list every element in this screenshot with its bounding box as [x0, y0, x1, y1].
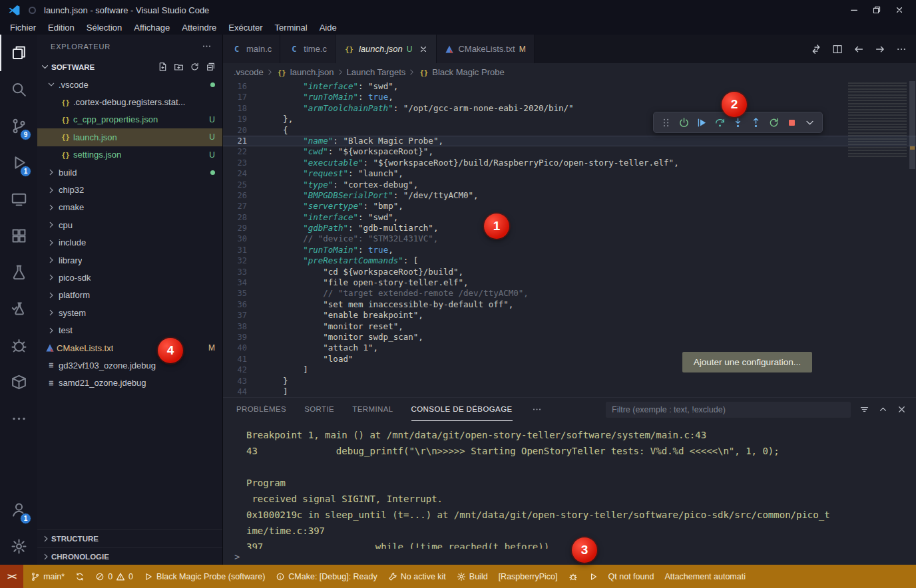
- navigate-forward-button[interactable]: [875, 44, 885, 55]
- close-panel-button[interactable]: [897, 404, 907, 414]
- activity-run-and-debug[interactable]: 1: [0, 144, 37, 181]
- menu-selection[interactable]: Sélection: [81, 20, 128, 35]
- activity-test-explorer[interactable]: [0, 291, 37, 327]
- filter-button[interactable]: [859, 404, 869, 414]
- tree-item-library[interactable]: library: [37, 251, 222, 269]
- status-cmake-debug[interactable]: [563, 565, 583, 588]
- split-editor-button[interactable]: [832, 44, 843, 55]
- tab-main-c[interactable]: Cmain.c: [223, 35, 280, 63]
- minimize-button[interactable]: [843, 0, 865, 20]
- menu-atteindre[interactable]: Atteindre: [176, 20, 222, 35]
- breadcrumb-item-launch-json[interactable]: {}launch.json: [276, 67, 334, 77]
- activity-settings[interactable]: [0, 528, 37, 565]
- add-configuration-button[interactable]: Ajouter une configuration...: [682, 352, 812, 372]
- debug-stop-button[interactable]: [783, 114, 801, 132]
- debug-restart-button[interactable]: [765, 114, 783, 132]
- tree-item-include[interactable]: include: [37, 234, 222, 251]
- activity-accounts[interactable]: 1: [0, 492, 37, 528]
- activity-extensions[interactable]: [0, 218, 37, 254]
- activity-cmake-tools[interactable]: [0, 327, 37, 364]
- tree-item-test[interactable]: test: [37, 321, 222, 339]
- tree-item-chip32[interactable]: chip32: [37, 181, 222, 198]
- debug-step-over-button[interactable]: [711, 114, 729, 132]
- tree-item-samd21-ozone-jdebug[interactable]: ≡samd21_ozone.jdebug: [37, 374, 222, 392]
- tab-launch-json[interactable]: {}launch.jsonU: [336, 35, 437, 63]
- status-cmake-kit[interactable]: No active kit: [383, 565, 451, 588]
- section-software[interactable]: SOFTWARE: [37, 58, 222, 76]
- tree-item-launch-json[interactable]: {}launch.jsonU: [37, 128, 222, 146]
- tree-item-pico-sdk[interactable]: pico-sdk: [37, 269, 222, 286]
- section-structure[interactable]: STRUCTURE: [37, 530, 222, 547]
- activity-search[interactable]: [0, 71, 37, 108]
- status-cmake-build[interactable]: Build: [451, 565, 493, 588]
- activity-packages[interactable]: [0, 364, 37, 400]
- tree-item-settings-json[interactable]: {}settings.jsonU: [37, 146, 222, 164]
- panel-tab-sortie[interactable]: SORTIE: [304, 398, 334, 421]
- tree-item-system[interactable]: system: [37, 304, 222, 321]
- menu-edition[interactable]: Edition: [42, 20, 81, 35]
- debug-continue-button[interactable]: [693, 114, 711, 132]
- refresh-explorer-button[interactable]: [190, 62, 200, 72]
- restore-button[interactable]: [865, 0, 888, 20]
- minimap[interactable]: [848, 82, 907, 157]
- tab-cmakelists-txt[interactable]: CMakeLists.txtM: [437, 35, 534, 63]
- new-file-button[interactable]: [158, 62, 168, 72]
- status-cmake-status[interactable]: CMake: [Debug]: Ready: [270, 565, 382, 588]
- close-button[interactable]: [888, 0, 911, 20]
- editor-scrollbar[interactable]: [908, 81, 916, 397]
- status-cmake-launch[interactable]: [583, 565, 603, 588]
- debug-console-output[interactable]: Breakpoint 1, main () at /mnt/data/git/o…: [223, 421, 916, 549]
- tree-item-cmake[interactable]: cmake: [37, 199, 222, 216]
- breadcrumb-item-vscode[interactable]: .vscode: [234, 67, 264, 77]
- status-debug-configuration[interactable]: Black Magic Probe (software): [138, 565, 270, 588]
- debug-console-filter-input[interactable]: [606, 402, 851, 418]
- debug-more-button[interactable]: [801, 114, 819, 132]
- status-problems[interactable]: 00: [90, 565, 138, 588]
- tab-time-c[interactable]: Ctime.c: [280, 35, 336, 63]
- more-actions-button[interactable]: [896, 44, 907, 55]
- menu-fichier[interactable]: Fichier: [4, 20, 42, 35]
- collapse-folders-button[interactable]: [206, 62, 216, 72]
- maximize-panel-button[interactable]: [878, 404, 888, 414]
- tree-item-vscode[interactable]: .vscode: [37, 76, 222, 93]
- editor[interactable]: 16 "interface": "swd",17 "runToMain": tr…: [223, 81, 916, 397]
- menu-terminal[interactable]: Terminal: [269, 20, 314, 35]
- debug-power-button[interactable]: [675, 114, 693, 132]
- explorer-more-button[interactable]: [202, 41, 212, 51]
- new-folder-button[interactable]: [174, 62, 184, 72]
- breadcrumb-item-black-magic-probe[interactable]: {}Black Magic Probe: [418, 67, 504, 77]
- activity-testing[interactable]: [0, 254, 37, 291]
- tree-item-cmakelists-txt[interactable]: CMakeLists.txtM: [37, 339, 222, 357]
- close-icon[interactable]: [419, 45, 428, 54]
- menu-aide[interactable]: Aide: [314, 20, 343, 35]
- status-auto-attach[interactable]: Attachement automati: [659, 565, 751, 588]
- tree-item-gd32vf103-ozone-jdebug[interactable]: ≡gd32vf103_ozone.jdebug: [37, 357, 222, 374]
- debug-step-out-button[interactable]: [747, 114, 765, 132]
- status-qt-status[interactable]: Qt not found: [603, 565, 660, 588]
- breadcrumb[interactable]: .vscode{}launch.jsonLaunch Targets{}Blac…: [223, 63, 916, 81]
- activity-additional-views[interactable]: [0, 400, 37, 437]
- open-changes-button[interactable]: [811, 44, 821, 55]
- debug-drag-handle-button[interactable]: [657, 114, 675, 132]
- section-chronologie[interactable]: CHRONOLOGIE: [37, 547, 222, 565]
- panel-more-button[interactable]: [532, 404, 542, 414]
- panel-tab-console-de-debogage[interactable]: CONSOLE DE DÉBOGAGE: [411, 398, 513, 421]
- breadcrumb-item-launch-targets[interactable]: Launch Targets: [347, 67, 406, 77]
- tree-item-build[interactable]: build: [37, 164, 222, 181]
- activity-source-control[interactable]: 9: [0, 108, 37, 144]
- status-sync[interactable]: [70, 565, 90, 588]
- panel-tab-problemes[interactable]: PROBLÈMES: [236, 398, 286, 421]
- scrollbar-thumb[interactable]: [909, 81, 915, 169]
- menu-executer[interactable]: Exécuter: [222, 20, 268, 35]
- activity-explorer[interactable]: [0, 35, 37, 71]
- tree-item-cpu[interactable]: cpu: [37, 216, 222, 233]
- navigate-back-button[interactable]: [853, 44, 864, 55]
- panel-tab-terminal[interactable]: TERMINAL: [352, 398, 393, 421]
- tree-item-c-cpp-properties-json[interactable]: {}c_cpp_properties.jsonU: [37, 111, 222, 128]
- activity-remote-explorer[interactable]: [0, 181, 37, 218]
- tree-item-cortex-debug-registers-stat[interactable]: {}.cortex-debug.registers.stat...: [37, 93, 222, 110]
- tree-item-platform[interactable]: platform: [37, 287, 222, 304]
- menu-affichage[interactable]: Affichage: [128, 20, 176, 35]
- status-cmake-target[interactable]: [RaspberryPico]: [493, 565, 563, 588]
- status-remote[interactable]: ><: [0, 565, 23, 588]
